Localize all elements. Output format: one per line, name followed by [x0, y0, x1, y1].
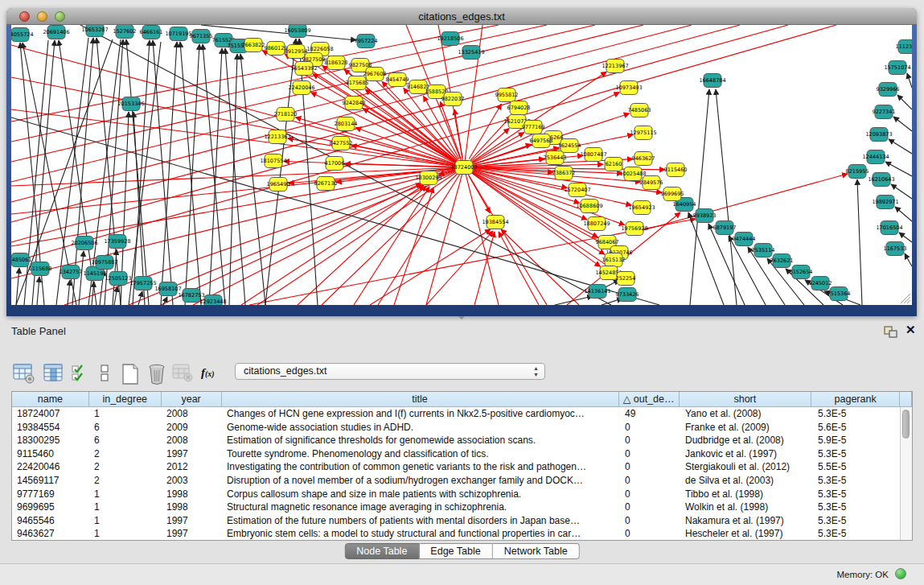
table-cell[interactable]: Estimation of the future numbers of pati… [222, 514, 620, 528]
table-cell[interactable]: 5.9E-5 [813, 434, 901, 447]
table-cell[interactable]: 0 [620, 527, 680, 541]
table-cell[interactable]: 0 [620, 474, 680, 488]
table-cell[interactable]: 19384554 [12, 421, 89, 435]
table-row[interactable]: 1830029562008Estimation of significance … [12, 434, 912, 447]
table-row[interactable]: 1938455462009Genome-wide association stu… [12, 421, 912, 435]
table-cell[interactable]: 18300295 [12, 434, 89, 447]
table-row[interactable]: 946554611997Estimation of the future num… [12, 514, 912, 528]
table-cell[interactable]: Jankovic et al. (1997) [680, 447, 813, 461]
window-titlebar[interactable]: citations_edges.txt [6, 8, 917, 25]
table-cell[interactable]: 5.3E-5 [813, 447, 901, 461]
table-cell[interactable]: 5.6E-5 [813, 421, 901, 435]
column-header-name[interactable]: name [12, 392, 89, 407]
table-cell[interactable]: 1 [89, 501, 162, 514]
table-cell[interactable]: Hescheler et al. (1997) [680, 527, 813, 541]
table-cell[interactable]: 1998 [162, 501, 222, 514]
scrollbar-thumb[interactable] [902, 410, 910, 439]
table-scrollbar[interactable] [900, 407, 912, 540]
table-cell[interactable]: 22420046 [12, 460, 89, 474]
tab-network-table[interactable]: Network Table [493, 543, 580, 559]
table-cell[interactable]: 6 [89, 434, 162, 447]
table-cell[interactable]: 9465546 [12, 514, 89, 528]
table-cell[interactable]: 1 [89, 488, 162, 501]
table-cell[interactable]: 6 [89, 421, 162, 435]
table-settings-icon[interactable] [13, 363, 35, 384]
table-cell[interactable]: 14569117 [12, 474, 89, 488]
column-header-short[interactable]: short [680, 392, 812, 407]
table-cell[interactable]: 1 [89, 514, 162, 528]
table-cell[interactable]: 2003 [162, 474, 222, 488]
table-cell[interactable]: Genome-wide association studies in ADHD. [222, 421, 620, 435]
select-all-icon[interactable] [71, 363, 90, 384]
table-cell[interactable]: 2 [89, 474, 162, 488]
table-cell[interactable]: Structural magnetic resonance image aver… [222, 501, 620, 514]
table-cell[interactable]: 1 [89, 527, 162, 541]
table-cell[interactable]: Corpus callosum shape and size in male p… [222, 488, 620, 501]
table-cell[interactable]: Tibbo et al. (1998) [680, 488, 813, 501]
delete-table-icon[interactable] [172, 363, 193, 382]
table-cell[interactable]: Wolkin et al. (1998) [680, 501, 813, 514]
table-cell[interactable]: Investigating the contribution of common… [222, 460, 620, 474]
tab-edge-table[interactable]: Edge Table [419, 543, 492, 559]
table-cell[interactable]: 9777169 [12, 488, 89, 501]
table-cell[interactable]: Stergiakouli et al. (2012) [680, 460, 813, 474]
table-cell[interactable]: Disruption of a novel member of a sodium… [222, 474, 620, 488]
table-cell[interactable]: 9115460 [12, 447, 89, 461]
split-pane-handle[interactable] [458, 316, 465, 319]
table-cell[interactable]: Tourette syndrome. Phenomenology and cla… [222, 447, 620, 461]
column-header-pagerank[interactable]: pagerank [811, 392, 900, 407]
column-header-year[interactable]: year [162, 392, 222, 407]
table-row[interactable]: 911546021997Tourette syndrome. Phenomeno… [12, 447, 912, 461]
table-cell[interactable]: 18724007 [12, 407, 89, 421]
column-header-out_de[interactable]: △ out_de… [619, 392, 680, 407]
table-cell[interactable]: 5.3E-5 [813, 514, 901, 528]
table-cell[interactable]: 5.3E-5 [813, 527, 901, 541]
table-cell[interactable]: 5.3E-5 [813, 488, 901, 501]
table-select-dropdown[interactable]: citations_edges.txt ▲▼ [235, 363, 545, 380]
table-cell[interactable]: Franke et al. (2009) [680, 421, 813, 435]
table-cell[interactable]: 5.3E-5 [813, 474, 901, 488]
table-cell[interactable]: Estimation of significance thresholds fo… [222, 434, 620, 447]
table-cell[interactable]: 1998 [162, 488, 222, 501]
table-cell[interactable]: 2008 [162, 434, 222, 447]
table-cell[interactable]: 1997 [162, 514, 222, 528]
tab-node-table[interactable]: Node Table [344, 543, 419, 559]
table-row[interactable]: 2242004622012Investigating the contribut… [12, 460, 912, 474]
table-cell[interactable]: 1 [89, 407, 162, 421]
column-header-in_degree[interactable]: in_degree [89, 392, 162, 407]
rows-icon[interactable] [100, 363, 109, 384]
table-cell[interactable]: Nakamura et al. (1997) [680, 514, 813, 528]
citation-network-canvas[interactable]: 1405572420691406106532871527602646616110… [11, 25, 912, 305]
table-cell[interactable]: 5.5E-5 [813, 460, 901, 474]
table-cell[interactable]: Changes of HCN gene expression and I(f) … [222, 407, 620, 421]
network-view[interactable]: 1405572420691406106532871527602646616110… [11, 25, 912, 305]
column-header-title[interactable]: title [222, 392, 619, 407]
float-panel-icon[interactable] [884, 326, 897, 338]
table-cell[interactable]: 0 [620, 447, 680, 461]
table-cell[interactable]: Yano et al. (2008) [680, 407, 813, 421]
table-cell[interactable]: 0 [620, 421, 680, 435]
table-cell[interactable]: de Silva et al. (2003) [680, 474, 813, 488]
table-cell[interactable]: 0 [620, 514, 680, 528]
close-panel-icon[interactable]: ✕ [906, 323, 916, 337]
table-cell[interactable]: 0 [620, 501, 680, 514]
table-row[interactable]: 946362711997Embryonic stem cells: a mode… [12, 527, 912, 541]
table-cell[interactable]: 2 [89, 447, 162, 461]
table-cell[interactable]: 2 [89, 460, 162, 474]
table-cell[interactable]: Dudbridge et al. (2008) [680, 434, 813, 447]
table-cell[interactable]: 9699695 [12, 501, 89, 514]
table-cell[interactable]: 1997 [162, 447, 222, 461]
table-row[interactable]: 969969511998Structural magnetic resonanc… [12, 501, 912, 514]
table-cell[interactable]: 1997 [162, 527, 222, 541]
resize-grip-icon[interactable] [904, 297, 910, 303]
resize-grip-icon[interactable] [907, 300, 910, 303]
new-table-icon[interactable] [121, 363, 140, 385]
delete-attribute-icon[interactable] [146, 363, 167, 385]
table-cell[interactable]: Embryonic stem cells: a model to study s… [222, 527, 620, 541]
table-cell[interactable]: 5.3E-5 [813, 407, 901, 421]
table-cell[interactable]: 2008 [162, 407, 222, 421]
table-cell[interactable]: 9463627 [12, 527, 89, 541]
table-cell[interactable]: 5.3E-5 [813, 501, 901, 514]
table-row[interactable]: 977716911998Corpus callosum shape and si… [12, 488, 912, 501]
table-cell[interactable]: 49 [620, 407, 680, 421]
